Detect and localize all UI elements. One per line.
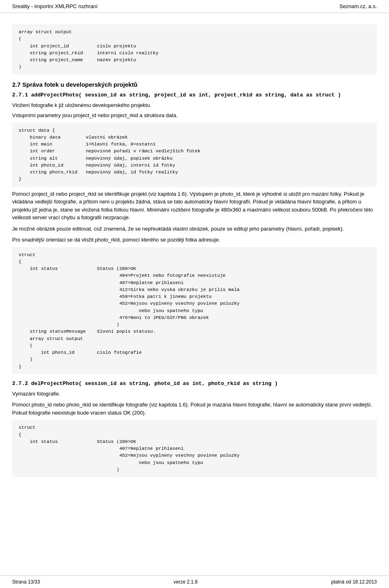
footer-version: verze 2.1.8 (173, 579, 197, 585)
desc-vymazani: Vymazání fotografie. (12, 390, 377, 398)
struct-return-1-code: struct { int status Status (200=OK 404=P… (19, 250, 370, 371)
struct-data-block: struct data { binary data vlastní obráze… (12, 123, 377, 187)
desc-pomoci-1: Pomocí project_id nebo project_rkid se i… (12, 190, 377, 222)
section-2-7-heading: 2.7 Správa fotek u developerských projek… (12, 81, 377, 88)
page-content: array struct output ( int project_id cis… (0, 13, 389, 488)
array-struct-output-code: array struct output ( int project_id cis… (19, 28, 370, 71)
desc-pomoci-2: Pomocí photo_id nebo photo_rkid se ident… (12, 401, 377, 417)
desc-editovat: Je možné obrázek pouze editovat, což zna… (12, 225, 377, 233)
footer-page: Strana 13/33 (12, 579, 40, 585)
section-2-7-2-sig: 2.7.2 delProjectPhoto( session_id as str… (12, 381, 377, 387)
desc-vstupnimi: Vstupními parametry jsou project_id nebo… (12, 111, 377, 120)
footer-date: platná od 18.12.2013 (331, 579, 377, 585)
struct-data-code: struct data { binary data vlastní obráze… (19, 126, 370, 184)
page-footer: Strana 13/33 verze 2.1.8 platná od 18.12… (0, 575, 389, 588)
array-struct-output-block: array struct output ( int project_id cis… (12, 24, 377, 75)
struct-return-2-block: struct { int status Status (200=OK 407=N… (12, 420, 377, 477)
struct-return-2-code: struct { int status Status (200=OK 407=N… (19, 423, 370, 474)
desc-pro-snadnejsi: Pro snadnější orientaci se dá vložit pho… (12, 236, 377, 244)
page-header: Sreality - importní XMLRPC rozhraní Sezn… (0, 0, 389, 13)
header-brand: Seznam.cz, a.s. (340, 3, 377, 9)
header-title: Sreality - importní XMLRPC rozhraní (12, 3, 98, 9)
section-2-7-1-sig: 2.7.1 addProjectPhoto( session_id as str… (12, 92, 377, 98)
struct-return-1-block: struct { int status Status (200=OK 404=P… (12, 247, 377, 374)
desc-vlozeni: Vložení fotografie k již uloženému devel… (12, 101, 377, 109)
